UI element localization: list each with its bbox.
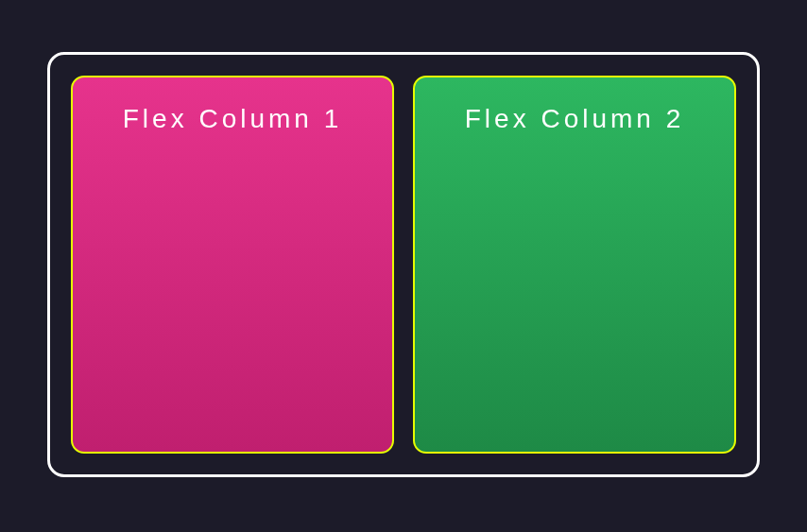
column-1-heading: Flex Column 1	[92, 104, 373, 134]
column-2-heading: Flex Column 2	[434, 104, 715, 134]
flex-container: Flex Column 1 Flex Column 2	[47, 52, 760, 477]
flex-column-1: Flex Column 1	[71, 76, 394, 454]
flex-column-2: Flex Column 2	[413, 76, 736, 454]
